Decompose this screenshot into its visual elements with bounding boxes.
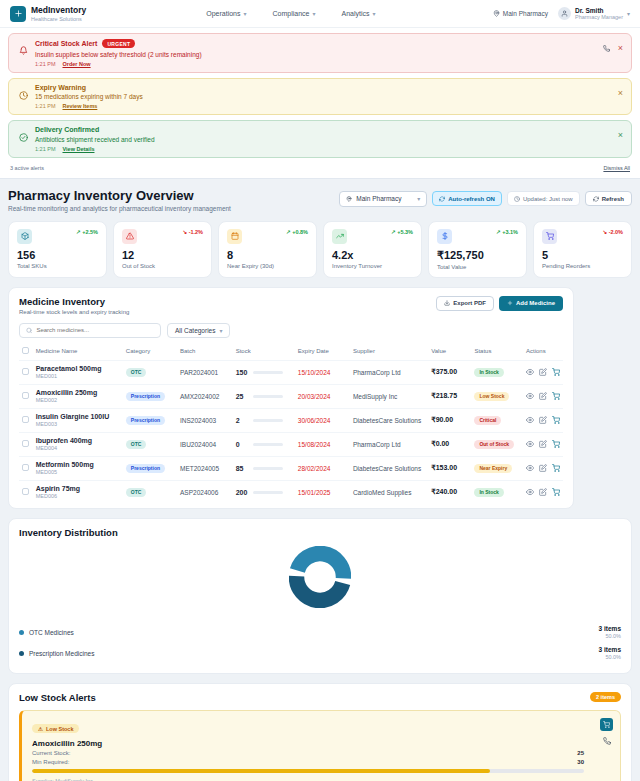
- kpi-label: Pending Reorders: [542, 263, 623, 269]
- trend-badge: +3.1%: [496, 229, 518, 235]
- category-badge: Prescription: [126, 416, 165, 425]
- pharmacy-select[interactable]: Main Pharmacy ▾: [339, 191, 427, 207]
- medicine-code: MED002: [36, 397, 120, 403]
- batch-number: MET2024005: [177, 456, 233, 480]
- reorder-cart-icon[interactable]: [552, 440, 560, 448]
- reorder-cart-icon[interactable]: [552, 416, 560, 424]
- location-indicator[interactable]: Main Pharmacy: [493, 10, 548, 17]
- stock-bar: [253, 491, 283, 494]
- stock-bar: [253, 395, 283, 398]
- kpi-total-value: +3.1% ₹125,750 Total Value: [428, 221, 527, 278]
- stock-count: 200: [236, 489, 249, 496]
- row-checkbox[interactable]: [22, 488, 29, 495]
- category-badge: Prescription: [126, 392, 165, 401]
- legend-dot-icon: [19, 630, 24, 635]
- chevron-down-icon: ▾: [244, 10, 247, 17]
- alert-title: Delivery Confirmed: [35, 126, 99, 133]
- order-now-link[interactable]: Order Now: [62, 61, 90, 67]
- search-input[interactable]: [36, 327, 154, 333]
- row-checkbox[interactable]: [22, 464, 29, 471]
- reorder-button[interactable]: [600, 718, 613, 731]
- stock-bar: [253, 467, 283, 470]
- refresh-button[interactable]: Refresh: [585, 191, 632, 206]
- column-header: Value: [428, 342, 471, 361]
- reorder-cart-icon[interactable]: [552, 488, 560, 496]
- stock-value: ₹153.00: [428, 456, 471, 480]
- distribution-donut-chart: [289, 546, 351, 608]
- batch-number: IBU2024004: [177, 432, 233, 456]
- close-icon[interactable]: ×: [618, 44, 623, 53]
- alert-time: 1:21 PM: [35, 146, 55, 152]
- reorder-cart-icon[interactable]: [552, 368, 560, 376]
- view-details-link[interactable]: View Details: [62, 146, 94, 152]
- dismiss-all-link[interactable]: Dismiss All: [603, 165, 630, 171]
- medicine-name: Paracetamol 500mg: [36, 365, 120, 372]
- kpi-value: 8: [227, 249, 308, 261]
- view-eye-icon[interactable]: [526, 464, 534, 472]
- alert-title: Critical Stock Alert: [35, 40, 97, 47]
- edit-icon[interactable]: [539, 368, 547, 376]
- category-filter-select[interactable]: All Categories ▾: [167, 323, 230, 338]
- auto-refresh-toggle[interactable]: Auto-refresh ON: [432, 191, 502, 206]
- stock-count: 2: [236, 417, 249, 424]
- reorder-cart-icon[interactable]: [552, 464, 560, 472]
- close-icon[interactable]: ×: [618, 89, 623, 98]
- medicine-name: Amoxicillin 250mg: [32, 739, 610, 748]
- trending-up-icon: [332, 229, 347, 244]
- medicine-name: Amoxicillin 250mg: [36, 389, 120, 396]
- export-pdf-button[interactable]: Export PDF: [436, 296, 494, 311]
- edit-icon[interactable]: [539, 464, 547, 472]
- package-icon: [17, 229, 32, 244]
- user-menu[interactable]: Dr. Smith Pharmacy Manager ▾: [558, 7, 630, 21]
- status-badge: In Stock: [474, 368, 503, 377]
- edit-icon[interactable]: [539, 416, 547, 424]
- close-icon[interactable]: ×: [618, 131, 623, 140]
- row-checkbox[interactable]: [22, 392, 29, 399]
- row-checkbox[interactable]: [22, 416, 29, 423]
- row-checkbox[interactable]: [22, 440, 29, 447]
- batch-number: ASP2024006: [177, 480, 233, 504]
- view-eye-icon[interactable]: [526, 440, 534, 448]
- refresh-icon: [439, 196, 445, 202]
- kpi-total-skus: +2.5% 156 Total SKUs: [8, 221, 107, 278]
- call-supplier-phone-icon[interactable]: [603, 737, 611, 745]
- edit-icon[interactable]: [539, 392, 547, 400]
- view-eye-icon[interactable]: [526, 392, 534, 400]
- add-medicine-button[interactable]: Add Medicine: [499, 296, 563, 311]
- category-badge: Prescription: [126, 464, 165, 473]
- legend-label: OTC Medicines: [29, 629, 74, 636]
- review-items-link[interactable]: Review Items: [62, 103, 97, 109]
- page-subtitle: Real-time monitoring and analytics for p…: [8, 205, 231, 212]
- nav-analytics[interactable]: Analytics▾: [342, 10, 376, 17]
- expiry-warning-banner: Expiry Warning 15 medications expiring w…: [8, 78, 632, 116]
- edit-icon[interactable]: [539, 440, 547, 448]
- download-icon: [444, 300, 450, 306]
- view-eye-icon[interactable]: [526, 488, 534, 496]
- chevron-down-icon: ▾: [373, 10, 376, 17]
- supplier-name: CardioMed Supplies: [350, 480, 428, 504]
- section-subtitle: Real-time stock levels and expiry tracki…: [19, 309, 129, 315]
- currency-icon: [437, 229, 452, 244]
- alert-message: 15 medications expiring within 7 days: [35, 93, 143, 100]
- expiry-date: 30/06/2024: [295, 408, 350, 432]
- view-eye-icon[interactable]: [526, 416, 534, 424]
- plus-icon: [507, 300, 513, 306]
- chevron-down-icon: ▾: [219, 327, 222, 334]
- cart-icon: [542, 229, 557, 244]
- legend-percent: 50.0%: [599, 654, 621, 660]
- phone-icon[interactable]: [603, 45, 610, 52]
- table-row: Insulin Glargine 100IUMED003 Prescriptio…: [19, 408, 563, 432]
- edit-icon[interactable]: [539, 488, 547, 496]
- min-required-value: 30: [577, 759, 584, 765]
- nav-compliance[interactable]: Compliance▾: [273, 10, 316, 17]
- nav-operations[interactable]: Operations▾: [206, 10, 246, 17]
- trend-badge: +5.3%: [391, 229, 413, 235]
- item-count-badge: 2 items: [590, 692, 621, 702]
- row-checkbox[interactable]: [22, 368, 29, 375]
- stock-bar: [253, 443, 283, 446]
- reorder-cart-icon[interactable]: [552, 392, 560, 400]
- trend-badge: +0.8%: [286, 229, 308, 235]
- select-all-checkbox[interactable]: [22, 347, 29, 354]
- view-eye-icon[interactable]: [526, 368, 534, 376]
- low-stock-alerts-card: Low Stock Alerts 2 items ⚠ Low Stock Amo…: [8, 683, 632, 781]
